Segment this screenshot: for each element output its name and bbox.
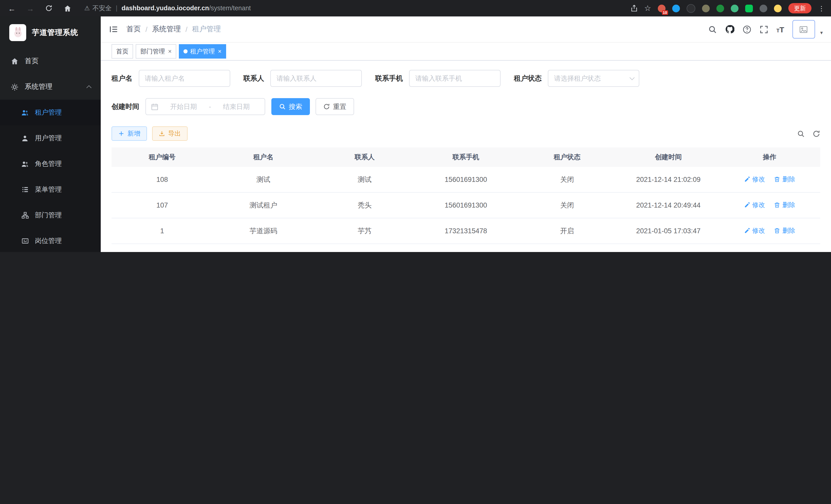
add-button[interactable]: 新增 xyxy=(112,126,147,141)
edit-link[interactable]: 修改 xyxy=(744,175,765,184)
reload-icon[interactable] xyxy=(43,3,55,14)
sidebar-item-label: 岗位管理 xyxy=(35,236,62,245)
share-icon[interactable] xyxy=(630,5,637,12)
filter-tenant-name: 租户名 xyxy=(112,70,230,87)
cell-tenant-id: 108 xyxy=(112,167,213,192)
content: 租户名 联系人 联系手机 租户状态 请选择租户状态 xyxy=(101,61,831,252)
search-icon[interactable] xyxy=(708,25,717,34)
gear-icon xyxy=(10,83,19,91)
edit-link[interactable]: 修改 xyxy=(744,201,765,210)
extension-icon-3[interactable] xyxy=(687,4,695,12)
extension-icon-8[interactable] xyxy=(760,4,767,12)
extension-icon-9[interactable] xyxy=(774,4,782,12)
role-icon xyxy=(21,159,29,168)
bookmark-star-icon[interactable]: ☆ xyxy=(644,4,651,13)
sidebar-item-post[interactable]: 岗位管理 xyxy=(0,228,101,252)
extension-icon-1[interactable]: 10 xyxy=(658,4,665,12)
extension-icon-5[interactable] xyxy=(716,4,724,12)
security-warning-icon: ⚠ xyxy=(84,5,90,12)
delete-link[interactable]: 删除 xyxy=(774,201,795,210)
table-row: 1 芋道源码 芋艿 17321315478 开启 2021-01-05 17:0… xyxy=(112,218,820,244)
close-icon[interactable]: × xyxy=(218,48,222,55)
font-size-small-t: T xyxy=(776,28,779,33)
date-end-placeholder: 结束日期 xyxy=(213,102,260,111)
main: 首页 / 系统管理 / 租户管理 xyxy=(101,17,831,252)
home-icon[interactable] xyxy=(62,3,73,14)
caret-down-icon[interactable]: ▾ xyxy=(820,30,823,35)
avatar[interactable] xyxy=(793,20,815,38)
status-select[interactable]: 请选择租户状态 xyxy=(548,70,639,87)
home-menu-icon xyxy=(10,57,19,65)
breadcrumb-system[interactable]: 系统管理 xyxy=(152,25,181,34)
contact-input[interactable] xyxy=(270,70,362,87)
back-icon[interactable]: ← xyxy=(6,3,18,14)
cell-phone: 15601691300 xyxy=(415,167,516,192)
tab-home[interactable]: 首页 xyxy=(112,44,133,59)
sidebar-item-menu[interactable]: 菜单管理 xyxy=(0,177,101,202)
delete-link[interactable]: 删除 xyxy=(774,227,795,235)
screen: ← → ⚠ 不安全 | dashboard.yudao.iocoder.cn/s… xyxy=(0,0,831,252)
filter-contact: 联系人 xyxy=(243,70,362,87)
toggle-search-icon[interactable] xyxy=(797,130,805,138)
create-time-label: 创建时间 xyxy=(112,102,139,111)
chrome-update-button[interactable]: 更新 xyxy=(789,3,811,13)
edit-label: 修改 xyxy=(752,227,765,235)
export-button[interactable]: 导出 xyxy=(152,126,188,141)
address-bar[interactable]: ⚠ 不安全 | dashboard.yudao.iocoder.cn/syste… xyxy=(84,4,251,12)
fullscreen-icon[interactable] xyxy=(759,25,768,34)
close-icon[interactable]: × xyxy=(168,48,172,55)
tab-label: 首页 xyxy=(116,47,128,56)
chrome-menu-icon[interactable]: ⋮ xyxy=(818,4,825,12)
search-button[interactable]: 搜索 xyxy=(271,98,310,115)
cell-tenant-name: 测试租户 xyxy=(213,192,314,218)
cell-contact: 测试 xyxy=(314,167,415,192)
sidebar-fold-icon[interactable] xyxy=(109,25,118,34)
url-domain: dashboard.yudao.iocoder.cn xyxy=(121,5,209,12)
date-range-picker[interactable]: 开始日期 - 结束日期 xyxy=(145,98,265,115)
sidebar: 芋道管理系统 首页 系统管理 租户管理 xyxy=(0,17,101,252)
reset-button[interactable]: 重置 xyxy=(316,98,354,115)
delete-link[interactable]: 删除 xyxy=(774,175,795,184)
tab-tenant[interactable]: 租户管理 × xyxy=(179,44,226,59)
sidebar-item-home[interactable]: 首页 xyxy=(0,48,101,74)
tab-label: 租户管理 xyxy=(190,47,215,56)
cell-actions: 修改 删除 xyxy=(719,218,820,244)
forward-icon[interactable]: → xyxy=(25,3,36,14)
cell-status: 开启 xyxy=(516,218,618,244)
badge-icon xyxy=(21,237,29,245)
font-size-big-t: T xyxy=(780,25,784,33)
sidebar-item-role[interactable]: 角色管理 xyxy=(0,151,101,177)
edit-link[interactable]: 修改 xyxy=(744,227,765,235)
cell-tenant-name: 芋道源码 xyxy=(213,218,314,244)
sidebar-item-system[interactable]: 系统管理 xyxy=(0,74,101,100)
tab-label: 部门管理 xyxy=(140,47,165,56)
tenant-name-input[interactable] xyxy=(139,70,230,87)
phone-input[interactable] xyxy=(409,70,500,87)
cell-contact: 芋艿 xyxy=(314,218,415,244)
date-separator: - xyxy=(209,103,211,111)
font-size-icon[interactable]: TT xyxy=(776,25,784,33)
refresh-icon[interactable] xyxy=(812,130,820,138)
table-row: 107 测试租户 秃头 15601691300 关闭 2021-12-14 20… xyxy=(112,192,820,218)
phone-label: 联系手机 xyxy=(375,74,403,83)
extension-icon-7[interactable] xyxy=(745,4,753,12)
extension-icon-2[interactable] xyxy=(672,4,680,12)
sidebar-item-label: 租户管理 xyxy=(35,108,62,117)
status-placeholder: 请选择租户状态 xyxy=(554,74,601,83)
column-header: 租户编号 xyxy=(112,147,213,167)
breadcrumb-home[interactable]: 首页 xyxy=(126,25,141,34)
github-icon[interactable] xyxy=(725,25,734,34)
help-icon[interactable] xyxy=(742,25,751,34)
cell-phone: 15601691300 xyxy=(415,192,516,218)
cell-actions: 修改 删除 xyxy=(719,192,820,218)
extension-icon-4[interactable] xyxy=(702,4,710,12)
sidebar-item-dept[interactable]: 部门管理 xyxy=(0,202,101,228)
org-tree-icon xyxy=(21,211,29,219)
cell-contact: 秃头 xyxy=(314,192,415,218)
sidebar-item-tenant[interactable]: 租户管理 xyxy=(0,100,101,125)
sidebar-item-user[interactable]: 用户管理 xyxy=(0,125,101,151)
table-header: 租户编号 租户名 联系人 联系手机 租户状态 创建时间 操作 xyxy=(112,147,820,167)
edit-label: 修改 xyxy=(752,201,765,210)
tab-dept[interactable]: 部门管理 × xyxy=(136,44,176,59)
extension-icon-6[interactable] xyxy=(731,4,739,12)
